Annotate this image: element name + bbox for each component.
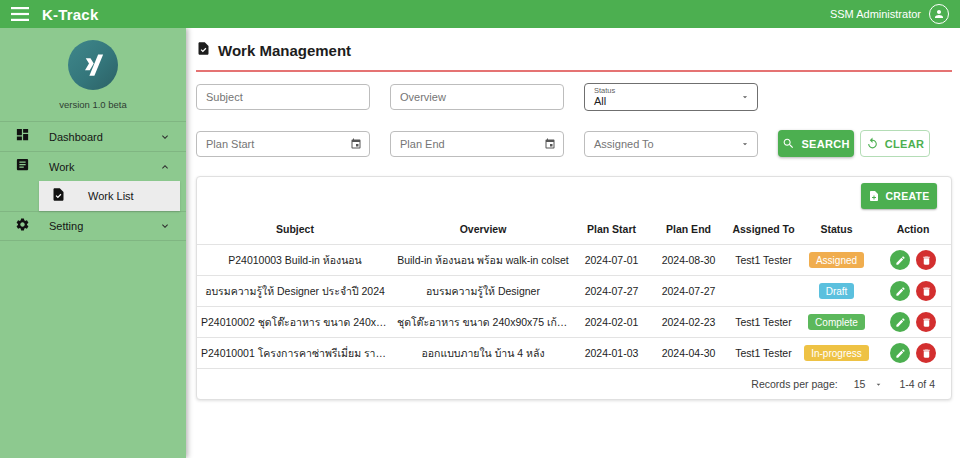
sidebar: version 1.0 beta Dashboard Work <box>0 28 186 458</box>
cell-status: Draft <box>800 276 873 307</box>
sidebar-menu: Dashboard Work <box>0 121 186 241</box>
cell-assigned-to: Test1 Tester <box>727 307 800 338</box>
search-button[interactable]: SEARCH <box>778 130 854 157</box>
cell-overview: ออกแบบภายใน บ้าน 4 หลัง <box>393 338 573 369</box>
status-badge: In-progress <box>804 345 869 361</box>
overview-field-wrap <box>390 84 564 110</box>
logo-area: version 1.0 beta <box>0 28 186 110</box>
status-select-label: Status <box>594 87 615 95</box>
pencil-icon <box>895 348 906 359</box>
sidebar-item-work[interactable]: Work <box>0 151 186 181</box>
assigned-to-select[interactable]: Assigned To <box>584 131 758 157</box>
work-icon <box>15 157 30 176</box>
sidebar-item-setting[interactable]: Setting <box>0 211 186 241</box>
clear-button[interactable]: CLEAR <box>860 130 930 157</box>
col-header-plan-start: Plan Start <box>573 214 650 245</box>
cell-action <box>873 276 952 307</box>
cell-subject: P24010002 ชุดโต๊ะอาหาร ขนาด 240x90x75 <box>197 307 393 338</box>
col-header-subject: Subject <box>197 214 393 245</box>
delete-button[interactable] <box>916 250 936 270</box>
gear-icon <box>15 217 30 236</box>
cell-overview: อบรมความรู้ให้ Designer <box>393 276 573 307</box>
trash-icon <box>921 286 932 297</box>
top-app-bar: K-Track SSM Administrator <box>0 0 960 28</box>
version-label: version 1.0 beta <box>0 99 186 110</box>
subject-input[interactable] <box>206 91 360 103</box>
title-divider <box>196 70 952 72</box>
sidebar-item-work-list[interactable]: Work List <box>39 181 180 211</box>
work-list-icon <box>51 187 66 206</box>
col-header-overview: Overview <box>393 214 573 245</box>
trash-icon <box>921 255 932 266</box>
table-row: P24010001 โครงการคาซ่าพรีเมี่ยม ราชพฤกษ์… <box>197 338 952 369</box>
cell-assigned-to: Test1 Tester <box>727 245 800 276</box>
delete-button[interactable] <box>916 312 936 332</box>
table-row: P24010003 Build-in ห้องนอนBuild-in ห้องน… <box>197 245 952 276</box>
user-avatar-icon[interactable] <box>929 4 949 24</box>
chevron-down-icon <box>159 220 171 232</box>
status-badge: Draft <box>819 283 855 299</box>
records-per-page-select[interactable]: 15 <box>854 378 884 390</box>
ktrack-x-logo <box>68 40 118 90</box>
cell-subject: P24010003 Build-in ห้องนอน <box>197 245 393 276</box>
dropdown-caret-icon <box>740 139 750 149</box>
clear-button-label: CLEAR <box>885 138 924 150</box>
table-header-row: Subject Overview Plan Start Plan End Ass… <box>197 214 952 245</box>
filter-row-2: Assigned To SEARCH CLEAR <box>196 130 952 157</box>
page-title: Work Management <box>196 41 952 59</box>
app-window: K-Track SSM Administrator version 1.0 be… <box>0 0 960 458</box>
hamburger-menu-icon[interactable] <box>11 5 29 23</box>
work-management-icon <box>196 41 211 59</box>
plan-start-field-wrap <box>196 131 370 157</box>
card-toolbar: CREATE <box>197 177 951 214</box>
cell-plan-start: 2024-02-01 <box>573 307 650 338</box>
subject-field-wrap <box>196 84 370 110</box>
cell-action <box>873 338 952 369</box>
sidebar-item-label: Work <box>49 161 74 173</box>
status-badge: Assigned <box>809 252 864 268</box>
trash-icon <box>921 317 932 328</box>
plan-start-input[interactable] <box>206 138 360 150</box>
records-per-page-label: Records per page: <box>751 378 837 390</box>
status-badge: Complete <box>808 314 865 330</box>
reset-icon <box>866 137 879 150</box>
edit-button[interactable] <box>890 312 910 332</box>
page-title-text: Work Management <box>218 42 351 59</box>
chevron-up-icon <box>159 161 171 173</box>
assigned-to-placeholder: Assigned To <box>594 138 654 150</box>
cell-action <box>873 245 952 276</box>
calendar-icon[interactable] <box>544 138 556 150</box>
create-button[interactable]: CREATE <box>861 183 937 209</box>
plan-end-input[interactable] <box>400 138 554 150</box>
col-header-status: Status <box>800 214 873 245</box>
status-select[interactable]: Status All <box>584 83 758 111</box>
cell-plan-start: 2024-07-27 <box>573 276 650 307</box>
sidebar-item-dashboard[interactable]: Dashboard <box>0 121 186 151</box>
app-title: K-Track <box>42 6 98 23</box>
pagination-range-label: 1-4 of 4 <box>899 378 935 390</box>
cell-plan-start: 2024-07-01 <box>573 245 650 276</box>
cell-subject: อบรมความรู้ให้ Designer ประจำปี 2024 <box>197 276 393 307</box>
cell-status: Assigned <box>800 245 873 276</box>
table-row: P24010002 ชุดโต๊ะอาหาร ขนาด 240x90x75ชุด… <box>197 307 952 338</box>
cell-plan-end: 2024-02-23 <box>650 307 727 338</box>
edit-button[interactable] <box>890 250 910 270</box>
dashboard-icon <box>15 127 30 146</box>
dropdown-caret-icon <box>874 380 883 389</box>
user-area: SSM Administrator <box>830 4 949 24</box>
sidebar-item-label: Work List <box>88 190 134 202</box>
status-select-value: All <box>594 95 606 107</box>
cell-plan-start: 2024-01-03 <box>573 338 650 369</box>
edit-button[interactable] <box>890 343 910 363</box>
cell-status: Complete <box>800 307 873 338</box>
delete-button[interactable] <box>916 343 936 363</box>
overview-input[interactable] <box>400 91 554 103</box>
edit-button[interactable] <box>890 281 910 301</box>
main-content: Work Management Status All <box>186 28 960 458</box>
cell-status: In-progress <box>800 338 873 369</box>
records-per-page-value: 15 <box>854 378 866 390</box>
delete-button[interactable] <box>916 281 936 301</box>
calendar-icon[interactable] <box>350 138 362 150</box>
cell-action <box>873 307 952 338</box>
col-header-assigned-to: Assigned To <box>727 214 800 245</box>
